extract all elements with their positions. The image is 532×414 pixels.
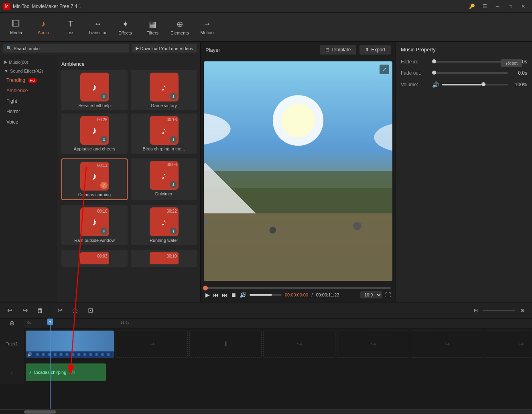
export-button[interactable]: ⬆ Export <box>359 45 391 55</box>
sound-card-extra2[interactable]: 00:10 <box>131 250 197 267</box>
stop-button[interactable]: ⏹ <box>231 292 236 298</box>
empty-cell-5[interactable]: ↪ <box>411 331 483 358</box>
ruler-start: 0s <box>27 321 31 325</box>
download-icon-birds[interactable]: ⬇ <box>170 136 177 143</box>
cat-trending[interactable]: Trending Hot <box>0 75 58 85</box>
expand-button[interactable]: ⤢ <box>380 65 389 74</box>
search-bar[interactable]: 🔍 Search audio <box>3 44 129 53</box>
section-title: Ambience <box>61 61 197 67</box>
progress-bar[interactable] <box>205 287 391 289</box>
sound-group: ▼ Sound Effect(42) Trending Hot Ambience… <box>0 67 58 127</box>
fade-out-slider[interactable] <box>432 72 508 74</box>
cut-button[interactable]: ✂ <box>54 305 65 316</box>
sound-grid-row4: 00:03 00:10 <box>61 250 197 267</box>
volume-slider-prop[interactable] <box>442 84 508 85</box>
tool-motion[interactable]: → Motion <box>194 14 220 40</box>
cat-fight[interactable]: Fight <box>0 96 58 106</box>
tool-audio-label: Audio <box>38 30 49 35</box>
music-group-title[interactable]: ▶ Music(80) <box>0 58 58 66</box>
crop-button[interactable]: ⊡ <box>85 305 96 316</box>
min-button[interactable]: ─ <box>492 1 503 12</box>
cat-voice[interactable]: Voice <box>0 117 58 127</box>
video-clip[interactable]: 🔊 <box>26 331 114 358</box>
zoom-in-button[interactable]: ⊕ <box>517 305 528 316</box>
tool-audio[interactable]: ♪ Audio <box>30 14 56 40</box>
zoom-out-button[interactable]: ⊟ <box>470 305 481 316</box>
sound-card-dulcimer[interactable]: ♪ 00:06 ⬇ Dulcimer <box>131 158 197 200</box>
svg-point-12 <box>353 222 361 230</box>
audio-button[interactable]: ◌ <box>69 305 81 316</box>
download-icon-rain[interactable]: ⬇ <box>100 227 108 235</box>
audio-icon: ♪ <box>41 19 45 28</box>
timeline: ↩ ↪ 🗑 ✂ ◌ ⊡ ⊟ ⊕ ⊕ 0s 11.9s <box>0 302 532 414</box>
scrollbar-thumb[interactable] <box>24 410 56 414</box>
music-track-content: ♪ Cicadas chirping 11s <box>24 360 532 384</box>
toolbar-divider <box>50 306 50 315</box>
youtube-download-button[interactable]: ▶ Download YouTube Videos <box>132 44 197 53</box>
cat-ambience[interactable]: Ambience <box>0 85 58 96</box>
volume-dot <box>481 82 485 86</box>
yt-icon: ▶ <box>136 46 139 51</box>
prev-frame-button[interactable]: ⏮ <box>213 292 219 298</box>
playhead-head[interactable]: ▼ <box>47 319 53 325</box>
empty-cell-3[interactable]: ↪ <box>263 331 335 358</box>
music-clip[interactable]: ♪ Cicadas chirping 11s <box>26 363 106 381</box>
mute-button[interactable]: 🔊 <box>240 292 246 298</box>
template-button[interactable]: ⊟ Template <box>320 45 357 55</box>
tool-elements[interactable]: ⊕ Elements <box>167 14 193 40</box>
download-icon-servicebell[interactable]: ⬇ <box>100 93 108 100</box>
music-group-arrow: ▶ <box>4 59 7 65</box>
minimize-button[interactable]: 🔑 <box>466 1 477 12</box>
sound-group-arrow: ▼ <box>4 69 8 73</box>
right-panel: Music Property Reset Fade in: 0.0s Fade … <box>396 42 532 302</box>
sound-card-cicadas[interactable]: ♪ 00:11 ✓ Cicadas chirping <box>61 158 128 200</box>
download-icon-dulcimer[interactable]: ⬇ <box>170 181 177 188</box>
delete-button[interactable]: 🗑 <box>35 305 46 316</box>
empty-cell-2[interactable]: ⬇ <box>189 331 262 358</box>
empty-cell-1[interactable]: ↪ <box>116 331 188 358</box>
tool-text[interactable]: T Text <box>58 14 83 40</box>
close-button[interactable]: ✕ <box>518 1 529 12</box>
sound-group-title[interactable]: ▼ Sound Effect(42) <box>0 67 58 75</box>
sound-card-gamevictory[interactable]: ♪ ⬇ Game victory <box>131 70 197 110</box>
sound-card-birds[interactable]: ♪ 00:16 ⬇ Birds chirping in the... <box>131 114 197 154</box>
download-icon-applause[interactable]: ⬇ <box>100 136 108 143</box>
sound-card-applause[interactable]: ♪ 00:26 ⬇ Applause and cheers <box>61 114 128 154</box>
sound-card-extra1[interactable]: 00:03 <box>61 250 128 267</box>
add-track-button[interactable]: ⊕ <box>6 319 18 329</box>
fade-out-dot <box>432 71 436 75</box>
text-icon: T <box>68 19 73 28</box>
zoom-slider[interactable] <box>483 310 515 311</box>
aspect-ratio-select[interactable]: 16:9 9:16 4:3 1:1 <box>360 291 382 298</box>
download-icon-gamevictory[interactable]: ⬇ <box>170 93 177 100</box>
tool-effects[interactable]: ✦ Effects <box>112 14 138 40</box>
reset-button[interactable]: Reset <box>501 59 522 67</box>
sound-name-gamevictory: Game victory <box>151 103 177 108</box>
tool-media[interactable]: 🎞 Media <box>3 14 29 40</box>
fade-in-slider[interactable] <box>432 61 508 63</box>
redo-button[interactable]: ↪ <box>19 305 30 316</box>
sound-card-servicebell[interactable]: ♪ ⬇ Service bell help <box>61 70 128 110</box>
fullscreen-button[interactable]: ⛶ <box>385 292 391 298</box>
tool-filters[interactable]: ▦ Filters <box>140 14 165 40</box>
sound-grid-row3: ♪ 00:10 ⬇ Rain outside window ♪ 00:22 ⬇ <box>61 205 197 245</box>
tool-transition[interactable]: ↔ Transition <box>85 14 111 40</box>
sound-card-rain[interactable]: ♪ 00:10 ⬇ Rain outside window <box>61 205 128 245</box>
playhead-line <box>50 319 51 409</box>
next-frame-button[interactable]: ⏭ <box>222 292 227 298</box>
timeline-scrollbar[interactable] <box>0 409 532 414</box>
sound-card-running[interactable]: ♪ 00:22 ⬇ Running water <box>131 205 197 245</box>
empty-cell-4[interactable]: ↪ <box>337 331 409 358</box>
undo-button[interactable]: ↩ <box>4 305 15 316</box>
menu-button[interactable]: ☰ <box>479 1 490 12</box>
max-button[interactable]: □ <box>505 1 516 12</box>
cat-horror[interactable]: Horror <box>0 106 58 117</box>
titlebar: M MiniTool MovieMaker Free 7.4.1 🔑 ☰ ─ □… <box>0 0 532 13</box>
volume-slider[interactable] <box>250 294 282 296</box>
download-icon-running[interactable]: ⬇ <box>170 227 177 235</box>
play-button[interactable]: ▶ <box>205 292 210 298</box>
track1-label: Track1 <box>0 328 24 360</box>
timeline-toolbar: ↩ ↪ 🗑 ✂ ◌ ⊡ ⊟ ⊕ <box>0 302 532 319</box>
categories-area: ▶ Music(80) ▼ Sound Effect(42) Trending … <box>0 55 200 302</box>
empty-cell-6[interactable]: ↪ <box>485 331 532 358</box>
